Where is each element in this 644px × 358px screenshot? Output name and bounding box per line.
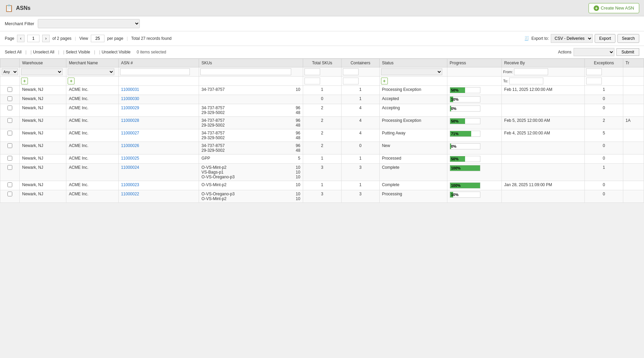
- next-page-button[interactable]: ›: [42, 35, 50, 42]
- row-containers: 4: [342, 117, 380, 129]
- search-button[interactable]: Search: [617, 34, 639, 43]
- row-status: New: [379, 142, 447, 154]
- row-warehouse: Newark, NJ: [20, 154, 66, 164]
- row-warehouse: Newark, NJ: [20, 190, 66, 203]
- unselect-all-link[interactable]: Unselect All: [33, 50, 62, 54]
- total-records-text: Total 27 records found: [131, 36, 172, 41]
- row-receive-by: [502, 190, 585, 203]
- actions-select[interactable]: [574, 48, 614, 56]
- row-checkbox[interactable]: [7, 143, 12, 148]
- row-checkbox[interactable]: [7, 192, 12, 196]
- row-asn[interactable]: 11000028: [118, 117, 199, 129]
- per-page-input[interactable]: [91, 35, 104, 42]
- progress-label: 0%: [451, 144, 457, 148]
- filter-skus-input[interactable]: [200, 68, 291, 75]
- add-merchant-filter-btn[interactable]: +: [68, 78, 75, 84]
- select-visible-link[interactable]: Select Visible: [66, 50, 98, 54]
- row-checkbox[interactable]: [7, 87, 12, 92]
- col-header-tr: Tr: [623, 59, 644, 67]
- row-asn[interactable]: 11000026: [118, 142, 199, 154]
- export-format-select[interactable]: CSV - Deliveries: [551, 34, 593, 43]
- row-checkbox[interactable]: [7, 165, 12, 170]
- sku-name: O-VS-Mint-p2: [201, 196, 290, 201]
- filter-totalskus-input2[interactable]: [304, 78, 320, 84]
- row-checkbox[interactable]: [7, 96, 12, 101]
- col-header-asn: ASN #: [118, 59, 199, 67]
- row-receive-by: Feb 4, 2025 12:00:00 AM: [502, 129, 585, 142]
- row-progress: 0%: [447, 104, 501, 117]
- row-asn[interactable]: 11000022: [118, 190, 199, 203]
- row-progress: 0%: [447, 142, 501, 154]
- row-asn[interactable]: 11000025: [118, 154, 199, 164]
- filter-cell-containers: [342, 67, 380, 77]
- sku-qty: 10: [290, 192, 300, 196]
- row-exceptions: 0: [585, 142, 623, 154]
- filter-warehouse-select[interactable]: [21, 68, 63, 75]
- submit-button[interactable]: Submit: [616, 48, 639, 56]
- row-skus: 34-737-87579629-329-500248: [199, 117, 303, 129]
- filter-containers-input2[interactable]: [343, 78, 359, 84]
- row-asn[interactable]: 11000029: [118, 104, 199, 117]
- select-all-link[interactable]: Select All: [5, 50, 29, 54]
- prev-page-button[interactable]: ‹: [17, 35, 24, 42]
- row-checkbox-cell: [0, 117, 20, 129]
- row-asn[interactable]: 11000030: [118, 95, 199, 104]
- row-receive-by: [502, 142, 585, 154]
- sku-qty: 96: [290, 118, 300, 123]
- progress-bar: 50%: [450, 118, 480, 124]
- row-checkbox-cell: [0, 129, 20, 142]
- filter-asn-input[interactable]: [120, 68, 190, 75]
- sku-name: 29-329-5002: [201, 148, 290, 153]
- filter-cell-receiveby-from: From:: [502, 67, 585, 77]
- row-warehouse: Newark, NJ: [20, 117, 66, 129]
- row-asn[interactable]: 11000027: [118, 129, 199, 142]
- filter2-checkbox: [0, 77, 20, 86]
- export-area: 🧾 Export to: CSV - Deliveries Export Sea…: [524, 34, 639, 43]
- sku-qty: 10: [290, 87, 300, 92]
- filter-status-select[interactable]: [381, 68, 443, 75]
- filter-cell-status: [379, 67, 447, 77]
- add-status-filter-btn[interactable]: +: [381, 78, 388, 84]
- row-asn[interactable]: 11000031: [118, 86, 199, 95]
- row-checkbox[interactable]: [7, 182, 12, 187]
- filter-containers-input[interactable]: [343, 68, 359, 75]
- filter-merchant-select[interactable]: [68, 68, 114, 75]
- row-checkbox[interactable]: [7, 156, 12, 161]
- create-asn-button[interactable]: + Create New ASN: [589, 3, 639, 13]
- sku-qty: 96: [290, 143, 300, 148]
- row-progress: 50%: [447, 154, 501, 164]
- row-asn[interactable]: 11000023: [118, 181, 199, 190]
- unselect-visible-link[interactable]: Unselect Visible: [102, 50, 133, 54]
- export-button[interactable]: Export: [595, 34, 615, 43]
- table-row: Newark, NJACME Inc.1100002634-737-875796…: [0, 142, 644, 154]
- sku-name: O-VS-Mint-p2: [201, 165, 290, 170]
- row-checkbox-cell: [0, 190, 20, 203]
- row-total-skus: 2: [303, 104, 342, 117]
- row-checkbox[interactable]: [7, 131, 12, 135]
- row-progress: 50%: [447, 86, 501, 95]
- sku-item: 34-737-875796: [201, 118, 300, 123]
- filter-any-select[interactable]: Any: [2, 68, 18, 75]
- row-checkbox[interactable]: [7, 118, 12, 123]
- progress-label: 10%: [451, 97, 459, 101]
- filter-cell-checkbox: Any: [0, 67, 20, 77]
- filter-exceptions-input2[interactable]: [586, 78, 602, 84]
- filter-totalskus-input[interactable]: [304, 68, 320, 75]
- row-total-skus: 3: [303, 164, 342, 181]
- filter-receiveby-to-input[interactable]: [509, 78, 543, 84]
- table-row: Newark, NJACME Inc.11000024O-VS-Mint-p21…: [0, 164, 644, 181]
- filter2-asn: [118, 77, 199, 86]
- filter-receiveby-from-input[interactable]: [514, 68, 548, 75]
- page-input[interactable]: [27, 35, 39, 42]
- actions-bar: Select All | Unselect All | Select Visib…: [0, 46, 644, 59]
- row-status: Processing Exception: [379, 117, 447, 129]
- progress-label: 10%: [451, 193, 459, 197]
- merchant-filter-select[interactable]: [38, 19, 140, 28]
- row-checkbox[interactable]: [7, 105, 12, 110]
- sku-name: 34-737-8757: [201, 143, 290, 148]
- row-asn[interactable]: 11000024: [118, 164, 199, 181]
- filter-exceptions-input[interactable]: [586, 68, 602, 75]
- row-checkbox-cell: [0, 154, 20, 164]
- add-warehouse-filter-btn[interactable]: +: [21, 78, 28, 84]
- row-warehouse: Newark, NJ: [20, 95, 66, 104]
